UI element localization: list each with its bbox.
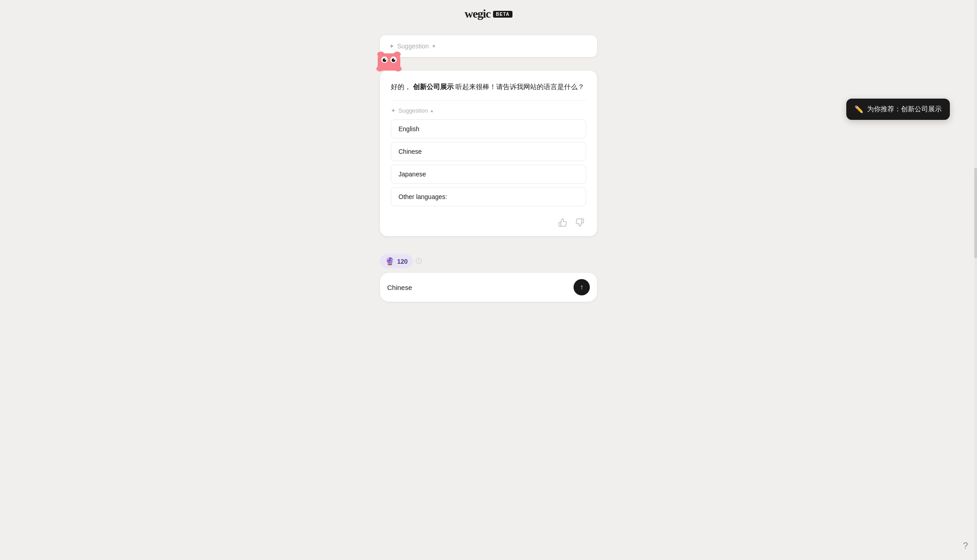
suggestion-label-text: Suggestion — [398, 107, 428, 114]
pencil-icon: ✏️ — [854, 105, 863, 114]
mascot-icon — [375, 49, 403, 71]
collapsed-suggestion-header[interactable]: ✦ Suggestion ▾ — [389, 43, 588, 50]
recommendation-tooltip: ✏️ 为你推荐：创新公司展示 — [846, 99, 950, 120]
logo-area: wegic BETA — [465, 7, 512, 21]
svg-point-9 — [377, 52, 384, 57]
send-button[interactable]: ↑ — [574, 279, 590, 295]
help-button[interactable]: ? — [963, 541, 968, 551]
chat-area: 好的， 创新公司展示 听起来很棒！请告诉我网站的语言是什么？ ✦ Suggest… — [380, 71, 597, 236]
message-prefix: 好的， — [391, 83, 411, 90]
input-area: Chinese ↑ — [380, 273, 597, 302]
svg-point-7 — [376, 66, 384, 71]
scrollbar-thumb[interactable] — [974, 168, 977, 258]
send-icon: ↑ — [580, 283, 583, 291]
thumbs-down-button[interactable] — [574, 216, 586, 229]
svg-point-8 — [394, 66, 402, 71]
svg-point-6 — [394, 59, 395, 60]
language-option-other[interactable]: Other languages: — [391, 187, 586, 206]
chat-bubble: 好的， 创新公司展示 听起来很棒！请告诉我网站的语言是什么？ ✦ Suggest… — [380, 71, 597, 236]
svg-point-10 — [394, 52, 401, 57]
recommendation-text: 为你推荐：创新公司展示 — [867, 105, 942, 114]
chat-message: 好的， 创新公司展示 听起来很棒！请告诉我网站的语言是什么？ — [391, 81, 586, 92]
input-text[interactable]: Chinese — [387, 284, 574, 291]
token-bubble: 🔮 120 — [380, 254, 413, 268]
logo-text: wegic — [465, 7, 490, 21]
mascot-container — [375, 49, 403, 73]
language-option-chinese[interactable]: Chinese — [391, 142, 586, 161]
collapsed-suggestion-box[interactable]: ✦ Suggestion ▾ — [380, 35, 597, 57]
beta-badge: BETA — [493, 11, 512, 18]
token-area: 🔮 120 ⓘ — [380, 254, 597, 268]
token-count: 120 — [397, 258, 408, 265]
app-header: wegic BETA — [0, 0, 977, 26]
message-suffix: 听起来很棒！请告诉我网站的语言是什么？ — [455, 83, 584, 90]
svg-point-5 — [385, 59, 386, 60]
language-option-english[interactable]: English — [391, 119, 586, 138]
scrollbar-track[interactable] — [974, 0, 977, 560]
info-icon[interactable]: ⓘ — [416, 257, 422, 266]
suggestion-section: ✦ Suggestion ▴ English Chinese Japanese — [391, 100, 586, 229]
suggestion-label[interactable]: ✦ Suggestion ▴ — [391, 107, 586, 114]
message-highlight: 创新公司展示 — [413, 83, 454, 90]
chevron-up-icon: ▴ — [431, 108, 433, 114]
help-icon: ? — [963, 541, 968, 551]
language-options-list: English Chinese Japanese Other languages… — [391, 119, 586, 206]
thumbs-up-button[interactable] — [556, 216, 569, 229]
gem-icon: 🔮 — [385, 257, 394, 266]
main-content: ✦ Suggestion ▾ ✏️ 为你推荐：创新公司展示 — [0, 26, 977, 311]
feedback-row — [391, 214, 586, 229]
chevron-down-icon: ▾ — [432, 43, 435, 49]
language-option-japanese[interactable]: Japanese — [391, 165, 586, 184]
suggestion-sparkle-icon: ✦ — [391, 107, 396, 114]
